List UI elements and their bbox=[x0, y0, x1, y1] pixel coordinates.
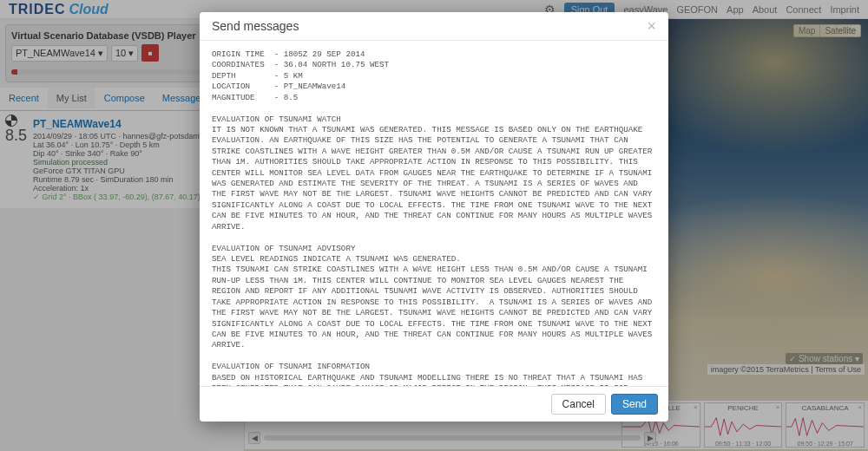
modal-overlay: Send messages × ORIGIN TIME - 1805Z 29 S… bbox=[0, 0, 868, 451]
modal-title: Send messages bbox=[212, 19, 647, 33]
send-button[interactable]: Send bbox=[611, 394, 658, 415]
modal-header: Send messages × bbox=[200, 12, 668, 41]
modal-footer: Cancel Send bbox=[200, 386, 668, 422]
cancel-button[interactable]: Cancel bbox=[551, 394, 606, 415]
message-body[interactable]: ORIGIN TIME - 1805Z 29 SEP 2014 COORDINA… bbox=[200, 41, 668, 386]
send-messages-modal: Send messages × ORIGIN TIME - 1805Z 29 S… bbox=[200, 12, 668, 422]
close-icon[interactable]: × bbox=[647, 20, 656, 32]
